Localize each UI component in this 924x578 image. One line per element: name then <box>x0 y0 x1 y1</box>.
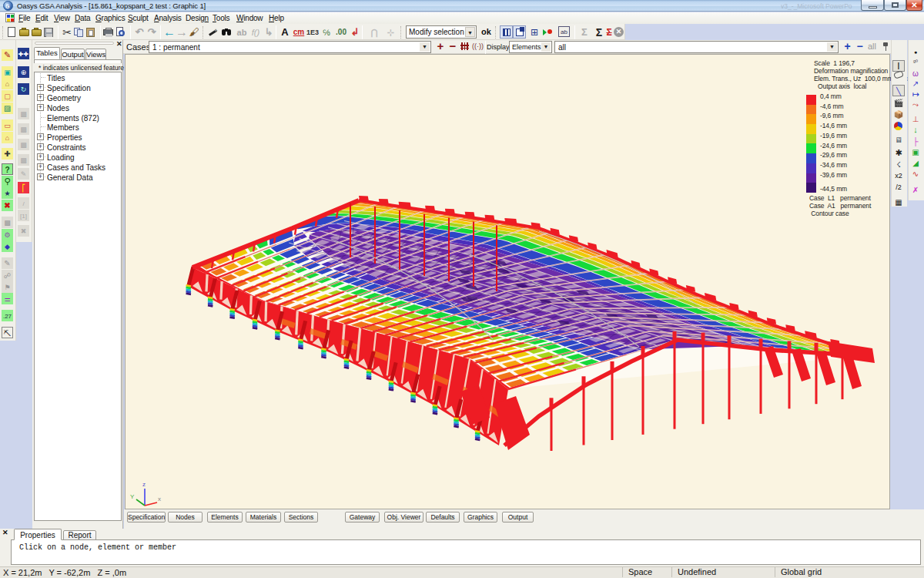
svg-text:x: x <box>158 496 161 502</box>
svg-text:z: z <box>142 481 146 488</box>
svg-text:Y: Y <box>130 493 135 500</box>
